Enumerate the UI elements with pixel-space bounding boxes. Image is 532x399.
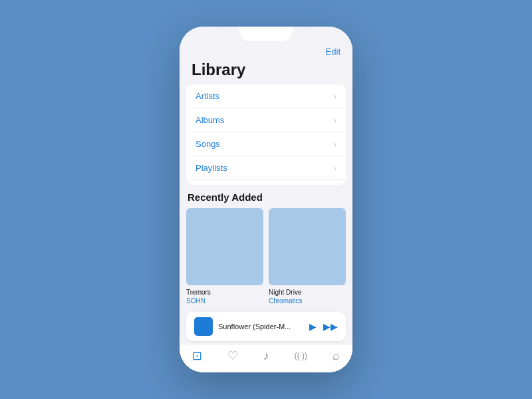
screen: Edit Library Artists › Albums › Songs › … xyxy=(180,27,352,372)
albums-chevron: › xyxy=(334,115,336,125)
mini-player-controls: ▶ ▶▶ xyxy=(309,321,338,332)
library-list: Artists › Albums › Songs › Playlists › D… xyxy=(186,84,346,185)
heart-icon: ♡ xyxy=(227,348,238,363)
for-you-nav-item[interactable]: ♡ xyxy=(227,348,238,363)
artists-label: Artists xyxy=(196,91,219,101)
forward-button[interactable]: ▶▶ xyxy=(323,321,338,332)
library-nav-icon: ⊡ xyxy=(192,348,202,363)
notch xyxy=(239,27,293,41)
edit-button[interactable]: Edit xyxy=(326,47,340,57)
radio-icon: ((·)) xyxy=(295,351,307,360)
tremors-title: Tremors xyxy=(186,288,263,297)
songs-label: Songs xyxy=(196,139,220,149)
night-drive-artist: Chromatics xyxy=(269,297,346,305)
library-title: Library xyxy=(180,59,352,84)
mini-player-title: Sunflower (Spider-M... xyxy=(218,323,304,331)
songs-item[interactable]: Songs › xyxy=(186,132,346,156)
bottom-nav: ⊡ ♡ ♪ ((·)) ⌕ xyxy=(180,344,352,372)
album-grid: Tremors SOHN Night Drive Chromatics xyxy=(186,208,346,305)
search-icon: ⌕ xyxy=(332,349,340,363)
phone-frame: Edit Library Artists › Albums › Songs › … xyxy=(180,27,352,372)
artists-item[interactable]: Artists › xyxy=(186,84,346,108)
albums-item[interactable]: Albums › xyxy=(186,108,346,132)
night-drive-album-art xyxy=(269,208,346,285)
browse-nav-item[interactable]: ♪ xyxy=(263,349,269,363)
songs-chevron: › xyxy=(334,139,336,149)
playlists-chevron: › xyxy=(334,163,336,173)
tremors-artist: SOHN xyxy=(186,297,263,305)
search-nav-item[interactable]: ⌕ xyxy=(332,349,340,363)
tremors-album-art xyxy=(186,208,263,285)
recently-added-section: Recently Added Tremors SOHN Night Drive … xyxy=(180,185,352,309)
artists-chevron: › xyxy=(334,91,336,101)
albums-label: Albums xyxy=(196,115,224,125)
album-item-night-drive[interactable]: Night Drive Chromatics xyxy=(269,208,346,305)
mini-player[interactable]: Sunflower (Spider-M... ▶ ▶▶ xyxy=(186,312,346,341)
play-button[interactable]: ▶ xyxy=(309,321,317,332)
album-item-tremors[interactable]: Tremors SOHN xyxy=(186,208,263,305)
playlists-item[interactable]: Playlists › xyxy=(186,156,346,180)
mini-player-art xyxy=(194,317,213,336)
radio-nav-item[interactable]: ((·)) xyxy=(295,351,307,360)
downloaded-music-item[interactable]: Downloaded Music › xyxy=(186,180,346,185)
playlists-label: Playlists xyxy=(196,163,227,173)
recently-added-title: Recently Added xyxy=(186,192,346,203)
library-nav-item[interactable]: ⊡ xyxy=(192,348,202,363)
music-note-icon: ♪ xyxy=(263,349,269,363)
night-drive-title: Night Drive xyxy=(269,288,346,297)
